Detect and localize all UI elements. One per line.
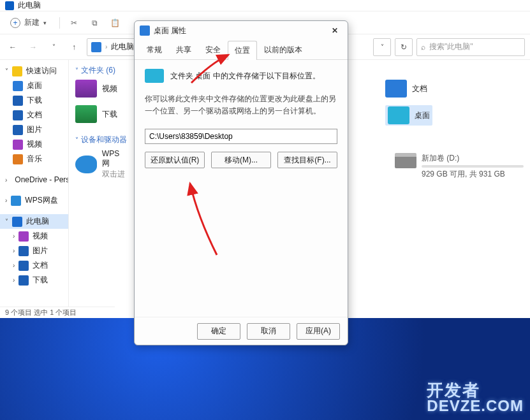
sidebar-wps[interactable]: ›WPS网盘 [0, 193, 68, 208]
sidebar-item-downloads[interactable]: ›下载 [0, 273, 68, 287]
tab-label: 位置 [235, 46, 250, 55]
dialog-body: 文件夹 桌面 中的文件存储于以下目标位置。 你可以将此文件夹中文件存储的位置更改… [135, 60, 348, 317]
dialog-title: 桌面 属性 [154, 25, 186, 36]
sidebar-item-label: 视频 [33, 231, 48, 242]
cut-icon[interactable]: ✂ [68, 17, 80, 29]
sidebar-item-pictures[interactable]: 图片 [0, 122, 68, 137]
copy-icon[interactable]: ⧉ [88, 17, 101, 29]
wps-label: WPS网 [102, 149, 119, 168]
chevron-down-icon: ˅ [5, 68, 8, 75]
button-label: 取消 [261, 326, 276, 337]
chevron-down-icon[interactable]: ˅ [46, 40, 61, 55]
sidebar-item-music[interactable]: 音乐 [0, 152, 68, 166]
button-label: 还原默认值(R) [151, 155, 200, 166]
tab-sharing[interactable]: 共享 [169, 40, 198, 59]
dialog-line1: 文件夹 桌面 中的文件存储于以下目标位置。 [170, 71, 320, 82]
sidebar-item-documents[interactable]: ›文档 [0, 258, 68, 273]
sidebar-item-documents[interactable]: 文档 [0, 108, 68, 122]
wps-sub: 双击进 [102, 170, 125, 178]
new-button-label: 新建 [24, 17, 40, 28]
tab-label: 常规 [147, 45, 162, 54]
search-input[interactable]: ⌕ 搜索"此电脑" [416, 38, 525, 56]
tab-security[interactable]: 安全 [198, 40, 228, 59]
up-button[interactable]: ↑ [66, 40, 82, 55]
sidebar-item-videos[interactable]: 视频 [0, 137, 68, 152]
tab-general[interactable]: 常规 [140, 40, 169, 59]
path-input[interactable] [145, 129, 337, 144]
search-placeholder: 搜索"此电脑" [429, 41, 473, 52]
sidebar-onedrive[interactable]: ›OneDrive - Pers [0, 173, 68, 187]
breadcrumb-label: 此电脑 [111, 41, 134, 52]
download-icon [13, 96, 23, 106]
video-icon [18, 231, 29, 242]
sidebar-item-downloads[interactable]: 下载 [0, 93, 68, 108]
picture-icon [13, 125, 23, 135]
cancel-button[interactable]: 取消 [247, 323, 290, 340]
folder-label: 下载 [102, 109, 117, 120]
folder-downloads[interactable]: 下载 [75, 105, 117, 123]
restore-default-button[interactable]: 还原默认值(R) [145, 152, 205, 168]
sidebar-item-label: 文档 [33, 260, 48, 271]
sidebar-item-pictures[interactable]: ›图片 [0, 243, 68, 258]
document-icon [13, 110, 23, 120]
sidebar-item-label: 图片 [33, 245, 48, 256]
folder-icon [140, 25, 150, 36]
section-label: 设备和驱动器 [81, 134, 127, 145]
refresh-button[interactable]: ↻ [395, 38, 413, 56]
tab-label: 以前的版本 [264, 45, 302, 54]
sidebar-item-label: 桌面 [27, 80, 42, 91]
plus-icon: + [10, 18, 20, 28]
chevron-right-icon: › [5, 197, 7, 204]
forward-button[interactable]: → [26, 40, 41, 55]
button-label: 确定 [211, 326, 226, 337]
desktop-folder-icon [388, 106, 409, 124]
close-button[interactable]: ✕ [327, 23, 342, 38]
drive-usage-bar [422, 165, 524, 168]
sidebar-item-label: 音乐 [27, 154, 42, 164]
tab-location[interactable]: 位置 [228, 41, 257, 60]
search-icon: ⌕ [421, 43, 425, 52]
sidebar-quick-access[interactable]: ˅ 快速访问 [0, 64, 68, 78]
drive-d[interactable]: 新加卷 (D:) 929 GB 可用, 共 931 GB [395, 153, 524, 180]
sidebar-item-videos[interactable]: ›视频 [0, 229, 68, 243]
ok-button[interactable]: 确定 [197, 323, 240, 340]
wps-drive[interactable]: WPS网 双击进 [75, 149, 127, 180]
watermark-line1: 开发者 [427, 382, 524, 398]
chevron-right-icon: › [105, 43, 107, 50]
cloud-icon [75, 156, 97, 173]
pc-icon [91, 42, 101, 52]
properties-dialog: 桌面 属性 ✕ 常规 共享 安全 位置 以前的版本 文件夹 桌面 中的文件存储于… [134, 20, 348, 345]
status-text: 9 个项目 选中 1 个项目 [5, 308, 77, 316]
paste-icon[interactable]: 📋 [108, 17, 121, 29]
sidebar-item-label: 下载 [27, 95, 42, 106]
download-folder-icon [75, 105, 97, 123]
tab-previous-versions[interactable]: 以前的版本 [257, 40, 309, 59]
sidebar-item-label: 此电脑 [26, 216, 49, 227]
sidebar-item-label: 文档 [27, 110, 42, 120]
back-button[interactable]: ← [5, 40, 20, 55]
cloud-icon [11, 196, 21, 206]
new-button[interactable]: + 新建 ▾ [5, 15, 52, 31]
chevron-right-icon: › [13, 233, 15, 240]
folder-desktop[interactable]: 桌面 [385, 105, 432, 126]
find-target-button[interactable]: 查找目标(F)... [277, 152, 337, 168]
dropdown-icon[interactable]: ˅ [373, 38, 391, 56]
folder-documents[interactable]: 文档 [385, 80, 432, 98]
folder-videos[interactable]: 视频 [75, 80, 117, 98]
move-button[interactable]: 移动(M)... [211, 152, 271, 168]
dialog-titlebar[interactable]: 桌面 属性 ✕ [135, 21, 348, 40]
desktop-icon [13, 81, 23, 91]
document-folder-icon [385, 80, 407, 98]
apply-button[interactable]: 应用(A) [297, 323, 340, 340]
pc-icon [5, 1, 14, 10]
sidebar-item-desktop[interactable]: 桌面 [0, 78, 68, 93]
explorer-titlebar: 此电脑 [0, 0, 530, 11]
document-icon [18, 261, 29, 271]
pc-icon [12, 217, 22, 227]
folder-label: 桌面 [415, 110, 430, 121]
video-icon [13, 140, 23, 150]
divider [59, 17, 60, 29]
watermark-line2: DEVZE.COM [427, 398, 524, 414]
sidebar-item-label: 快速访问 [26, 66, 57, 76]
sidebar-this-pc[interactable]: ˅此电脑 [0, 214, 68, 229]
